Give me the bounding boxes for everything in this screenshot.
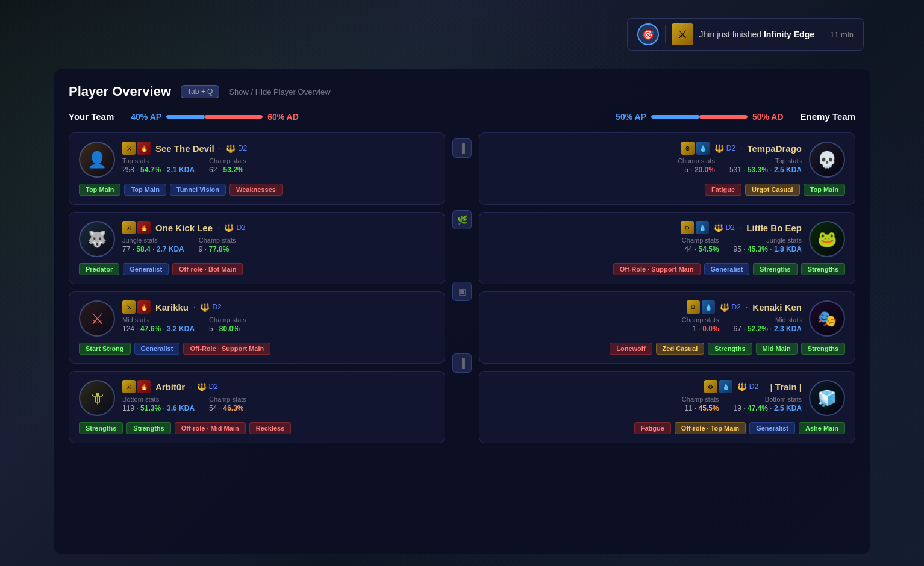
- enemy-tag-3-3: Ashe Main: [799, 422, 845, 434]
- top-notification: 🎯 ⚔ Jhin just finished Infinity Edge 11 …: [627, 18, 864, 51]
- tag-3-0: Strengths: [79, 422, 123, 434]
- player-name-1: One Kick Lee: [155, 223, 213, 233]
- enemy-team-ad: 50% AD: [752, 112, 784, 122]
- your-team-ap: 40% AP: [131, 112, 161, 122]
- champ-label-0: Champ stats: [209, 157, 246, 164]
- your-team-column: 👤 ⚔ 🔥 See The Devil · 🔱 D2: [69, 132, 450, 450]
- item-icons-1: ⚔ 🔥: [122, 221, 151, 234]
- enemy-player-card-2: 🎭 ⚙ 💧 🔱 D2 · Kenaki Ken: [479, 291, 855, 364]
- enemy-name-2: Kenaki Ken: [752, 302, 802, 313]
- your-team-ad: 60% AD: [267, 112, 299, 122]
- enemy-stats-label-1: Jungle stats: [734, 237, 802, 244]
- enemy-tag-0-2: Top Main: [804, 184, 845, 196]
- enemy-tag-2-1: Zed Casual: [656, 343, 705, 355]
- your-team-ad-fill: [205, 115, 263, 119]
- enemy-stats-label-3: Bottom stats: [734, 396, 802, 403]
- notif-item-icon: ⚔: [672, 23, 693, 45]
- tag-0-2: Tunnel Vision: [170, 184, 226, 196]
- enemy-avatar-3: 🧊: [809, 380, 845, 416]
- notif-champion-icon: 🎯: [637, 23, 659, 45]
- main-panel: Player Overview Tab + Q Show / Hide Play…: [54, 69, 870, 554]
- enemy-tags-row-3: FatigueOff-role · Top MainGeneralistAshe…: [489, 422, 845, 434]
- enemy-player-card-3: 🧊 ⚙ 💧 🔱 D2 · | Train |: [479, 371, 855, 443]
- enemy-rank-3: 🔱 D2: [737, 382, 758, 391]
- tags-row-0: Top MainTop MainTunnel VisionWeaknesses: [79, 184, 435, 196]
- notif-time: 11 min: [830, 30, 854, 39]
- tag-2-0: Start Strong: [79, 343, 131, 355]
- enemy-team-ap-fill: [651, 115, 699, 119]
- enemy-stats-label-2: Mid stats: [734, 316, 802, 323]
- content-grid: 👤 ⚔ 🔥 See The Devil · 🔱 D2: [69, 132, 855, 450]
- champ-value-1: 9 · 77.8%: [199, 245, 236, 253]
- enemy-info-2: ⚙ 💧 🔱 D2 · Kenaki Ken Champ stats 1 · 0.…: [489, 300, 802, 333]
- enemy-champ-label-0: Champ stats: [678, 157, 715, 164]
- enemy-name-0: TempaDrago: [747, 143, 802, 154]
- your-team-label: Your Team: [69, 111, 114, 122]
- enemy-item-icon-1: ⚙: [704, 380, 717, 393]
- your-player-card-1: 🐺 ⚔ 🔥 One Kick Lee · 🔱 D2: [69, 212, 445, 284]
- your-player-card-2: ⚔ ⚔ 🔥 Karikku · 🔱 D2 M: [69, 291, 445, 364]
- enemy-tag-3-0: Fatigue: [634, 422, 671, 434]
- player-name-3: Arbit0r: [155, 382, 185, 392]
- enemy-stats-label-0: Top stats: [729, 157, 802, 164]
- your-player-card-3: 🗡 ⚔ 🔥 Arbit0r · 🔱 D2: [69, 371, 445, 443]
- tag-1-2: Off-role · Bot Main: [172, 263, 243, 275]
- item-icons-2: ⚔ 🔥: [122, 300, 151, 314]
- enemy-avatar-2: 🎭: [809, 300, 845, 337]
- champion-avatar-2: ⚔: [79, 300, 115, 337]
- tag-0-1: Top Main: [124, 184, 166, 196]
- enemy-champ-label-1: Champ stats: [682, 237, 719, 244]
- mid-icon-bar-1: ▐: [452, 138, 472, 158]
- tag-1-0: Predator: [79, 263, 119, 275]
- player-info-2: ⚔ 🔥 Karikku · 🔱 D2 Mid stats 124 · 47.6%…: [122, 300, 435, 333]
- enemy-item-icon-1: ⚙: [681, 221, 694, 234]
- rank-badge-3: 🔱 D2: [197, 382, 218, 391]
- tag-2-1: Generalist: [134, 343, 180, 355]
- enemy-tag-1-2: Strengths: [753, 263, 797, 275]
- stats-label-0: Top stats: [122, 157, 195, 164]
- middle-column: ▐🌿▣▐: [450, 132, 474, 450]
- item-icon-1: ⚔: [122, 300, 136, 314]
- enemy-team-column: 💀 ⚙ 💧 🔱 D2 · TempaDrago: [474, 132, 855, 450]
- enemy-tag-2-3: Mid Main: [756, 343, 798, 355]
- stats-label-2: Mid stats: [122, 316, 195, 323]
- show-hide-label: Show / Hide Player Overview: [229, 87, 330, 96]
- notif-separator: [665, 25, 666, 43]
- player-info-0: ⚔ 🔥 See The Devil · 🔱 D2 Top stats 258 ·…: [122, 142, 435, 174]
- item-icon-2: 🔥: [137, 142, 151, 155]
- tag-3-1: Strengths: [126, 422, 170, 434]
- enemy-tag-2-2: Strengths: [708, 343, 752, 355]
- stats-label-3: Bottom stats: [122, 396, 195, 403]
- enemy-tag-0-0: Fatigue: [705, 184, 741, 196]
- enemy-stats-value-3: 19 · 47.4% · 2.5 KDA: [734, 404, 802, 412]
- enemy-champ-value-0: 5 · 20.0%: [678, 166, 715, 174]
- enemy-stats-value-2: 67 · 52.2% · 2.3 KDA: [734, 325, 802, 333]
- enemy-tags-row-1: Off-Role · Support MainGeneralistStrengt…: [489, 263, 845, 275]
- enemy-player-card-0: 💀 ⚙ 💧 🔱 D2 · TempaDrago: [479, 132, 855, 205]
- player-info-1: ⚔ 🔥 One Kick Lee · 🔱 D2 Jungle stats 77 …: [122, 221, 435, 253]
- enemy-team-bar: [651, 115, 748, 119]
- stats-label-1: Jungle stats: [122, 237, 184, 244]
- player-info-3: ⚔ 🔥 Arbit0r · 🔱 D2 Bottom stats 119 · 51…: [122, 380, 435, 412]
- tag-2-2: Off-Role · Support Main: [183, 343, 270, 355]
- enemy-item-icon-2: 💧: [696, 221, 709, 234]
- champ-value-0: 62 · 53.2%: [209, 166, 246, 174]
- item-icon-1: ⚔: [122, 221, 136, 234]
- teams-row: Your Team 40% AP 60% AD 50% AP 50% AD En…: [69, 111, 855, 122]
- panel-title: Player Overview: [69, 84, 171, 99]
- enemy-tag-1-0: Off-Role · Support Main: [613, 263, 701, 275]
- tags-row-2: Start StrongGeneralistOff-Role · Support…: [79, 343, 435, 355]
- enemy-tag-1-1: Generalist: [704, 263, 750, 275]
- tag-0-0: Top Main: [79, 184, 120, 196]
- enemy-team-ad-fill: [699, 115, 748, 119]
- enemy-tag-1-3: Strengths: [801, 263, 845, 275]
- enemy-champ-label-2: Champ stats: [682, 316, 719, 323]
- enemy-rank-0: 🔱 D2: [714, 144, 735, 153]
- enemy-item-icon-2: 💧: [696, 142, 710, 155]
- rank-badge-0: 🔱 D2: [226, 144, 247, 153]
- champ-value-2: 5 · 80.0%: [209, 325, 246, 333]
- your-team-bar: [166, 115, 263, 119]
- rank-badge-2: 🔱 D2: [200, 303, 221, 312]
- item-icon-1: ⚔: [122, 142, 136, 155]
- enemy-champ-value-3: 11 · 45.5%: [682, 404, 719, 412]
